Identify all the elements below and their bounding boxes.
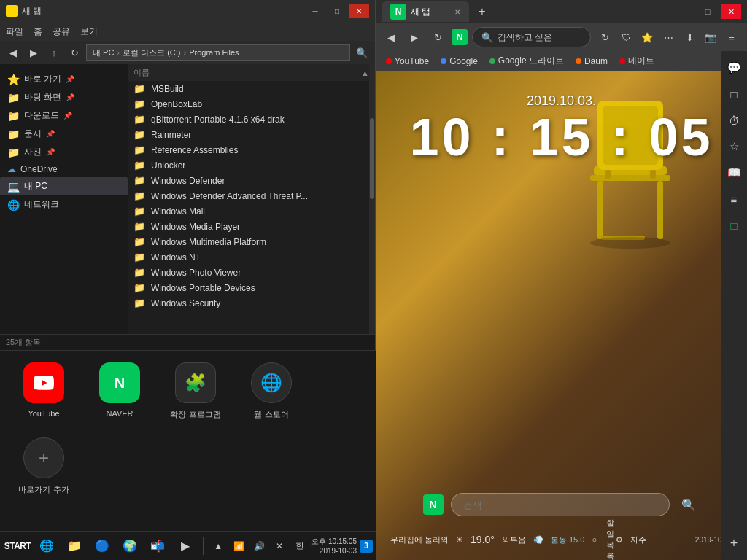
taskbar-earth-button[interactable]: 🌍 (117, 533, 143, 559)
bookmark-youtube[interactable]: YouTube (382, 55, 433, 68)
menu-share[interactable]: 공유 (53, 26, 70, 38)
sidebar-item-downloads[interactable]: 📁 다운로드 📌 (0, 106, 128, 125)
sidebar-bookmark-button[interactable]: ☆ (723, 136, 745, 158)
save-page-button[interactable]: 🛡 (616, 28, 635, 47)
menu-view[interactable]: 보기 (80, 26, 98, 38)
folder-row-qbittorrent[interactable]: 📁 qBittorrent Portable 4.1.6 x64 drak (128, 112, 375, 127)
quick-item-addshortcut[interactable]: + 바로가기 추가 (15, 438, 73, 495)
sort-icon: ▲ (361, 69, 369, 77)
sidebar-list-button[interactable]: ≡ (723, 188, 745, 210)
browser-forward-button[interactable]: ▶ (405, 28, 424, 47)
extensions-icon: 🧩 (175, 362, 216, 403)
quick-item-naver[interactable]: N NAVER (90, 362, 149, 420)
folder-row-winmultiplatform[interactable]: 📁 Windows Multimedia Platform (128, 234, 375, 249)
nav-up-button[interactable]: ↑ (45, 44, 63, 61)
folder-name-winportabledevices: Windows Portable Devices (151, 283, 369, 293)
quick-item-webstore[interactable]: 🌐 웹 스토어 (242, 362, 301, 420)
folder-list-header[interactable]: 이름 ▲ (128, 64, 375, 81)
breadcrumb[interactable]: 내 PC › 로컬 디스크 (C:) › Program Files (86, 44, 350, 61)
taskbar-globe-button[interactable]: 🌐 (34, 533, 60, 559)
sidebar-green-button[interactable]: □ (723, 214, 745, 236)
sidebar-reading-button[interactable]: 📖 (723, 162, 745, 184)
taskbar-browser-button[interactable]: 🔵 (89, 533, 115, 559)
folder-row-msbuild[interactable]: 📁 MSBuild (128, 81, 375, 96)
folder-row-winmail[interactable]: 📁 Windows Mail (128, 203, 375, 219)
download-button[interactable]: ⬇ (680, 28, 699, 47)
sidebar-item-quickaccess[interactable]: ⭐ 바로 가기 📌 (0, 70, 128, 88)
browser-minimize-button[interactable]: ─ (674, 4, 694, 19)
folder-row-unlocker[interactable]: 📁 Unlocker (128, 158, 375, 173)
menu-button[interactable]: ≡ (722, 28, 741, 47)
taskbar-media-button[interactable]: ▶ (172, 533, 198, 559)
taskbar-mail-button[interactable]: 📬 (144, 533, 171, 559)
explorer-menubar: 파일 홈 공유 보기 (0, 22, 375, 41)
screenshot-button[interactable]: 📷 (701, 28, 720, 47)
weather-wind: 불동 15.0 (551, 534, 584, 545)
folder-row-openboxlab[interactable]: 📁 OpenBoxLab (128, 96, 375, 112)
sidebar-history-button[interactable]: ⏱ (723, 109, 745, 131)
naver-search-input[interactable] (451, 493, 670, 516)
sidebar-item-pictures[interactable]: 📁 사진 📌 (0, 143, 128, 161)
close-button[interactable]: ✕ (349, 4, 369, 18)
folder-row-windefatp[interactable]: 📁 Windows Defender Advanced Threat P... (128, 188, 375, 203)
bookmark-dot-google (441, 58, 446, 64)
bookmark-gdrive[interactable]: Google 드라이브 (485, 53, 568, 69)
naver-search-button[interactable]: 🔍 (677, 493, 700, 516)
todo-button[interactable]: 할 일 목록⚙ (604, 530, 623, 549)
folder-row-winmediaplayer[interactable]: 📁 Windows Media Player (128, 219, 375, 234)
bookmark-nate[interactable]: 네이트 (615, 53, 659, 69)
bookmark-label-gdrive: Google 드라이브 (498, 55, 564, 67)
browser-close-button[interactable]: ✕ (721, 4, 741, 19)
sidebar-chat-button[interactable]: 💬 (723, 57, 745, 79)
quickaccess-icon: ⭐ (7, 74, 20, 85)
folder-icon-winportabledevices: 📁 (133, 282, 145, 293)
folder-row-winphotoviewer[interactable]: 📁 Windows Photo Viewer (128, 265, 375, 280)
browser-back-button[interactable]: ◀ (382, 28, 400, 47)
folder-row-winsecurity[interactable]: 📁 Windows Security (128, 295, 375, 311)
browser-tab[interactable]: N 새 탭 ✕ (382, 1, 469, 22)
tray-network-icon: ▲ (209, 537, 227, 555)
folder-name-openboxlab: OpenBoxLab (151, 99, 369, 109)
bookmark-daum[interactable]: Daum (571, 55, 612, 68)
sidebar-item-mypc[interactable]: 💻 내 PC (0, 177, 128, 195)
minimize-button[interactable]: ─ (305, 4, 325, 18)
sidebar-item-documents[interactable]: 📁 문서 📌 (0, 125, 128, 143)
tab-close-button[interactable]: ✕ (454, 8, 460, 16)
tray-input-icon: 한 (291, 537, 309, 555)
folder-row-winportabledevices[interactable]: 📁 Windows Portable Devices (128, 280, 375, 295)
bookmark-button[interactable]: ⭐ (638, 28, 657, 47)
sidebar-item-network[interactable]: 🌐 네트워크 (0, 195, 128, 214)
folder-icon-msbuild: 📁 (133, 83, 145, 94)
address-bar[interactable]: 🔍 검색하고 싶은 (472, 27, 591, 47)
bookmark-dot-nate (619, 58, 625, 64)
notification-badge[interactable]: 3 (360, 540, 373, 553)
new-tab-button[interactable]: + (473, 3, 491, 20)
browser-restore-button[interactable]: □ (697, 4, 718, 19)
nav-back-button[interactable]: ◀ (4, 44, 22, 61)
bookmark-google[interactable]: Google (436, 55, 482, 68)
maximize-button[interactable]: □ (327, 4, 347, 18)
sidebar-screenshot-button[interactable]: □ (723, 83, 745, 105)
sidebar-add-button[interactable]: + (723, 532, 745, 554)
start-button[interactable]: START (3, 533, 32, 559)
quick-item-youtube[interactable]: YouTube (15, 362, 73, 420)
search-button[interactable]: 🔍 (353, 44, 371, 61)
pin-icon5: 📌 (46, 148, 55, 156)
menu-file[interactable]: 파일 (6, 26, 23, 38)
bookmarks-bar: YouTube Google Google 드라이브 Daum 네이트 › (376, 51, 747, 71)
folder-row-winnt[interactable]: 📁 Windows NT (128, 249, 375, 265)
nav-forward-button[interactable]: ▶ (25, 44, 42, 61)
menu-home[interactable]: 홈 (34, 26, 42, 38)
quick-item-extensions[interactable]: 🧩 확장 프로그램 (166, 362, 225, 420)
taskbar-files-button[interactable]: 📁 (61, 533, 88, 559)
sidebar-item-onedrive[interactable]: ☁ OneDrive (0, 161, 128, 177)
breadcrumb-part2: 로컬 디스크 (C:) (123, 47, 180, 58)
more-button[interactable]: ⋯ (659, 28, 678, 47)
folder-row-rainmeter[interactable]: 📁 Rainmeter (128, 127, 375, 142)
folder-row-refassemblies[interactable]: 📁 Reference Assemblies (128, 142, 375, 158)
nav-refresh-button[interactable]: ↻ (66, 44, 83, 61)
folder-row-windefender[interactable]: 📁 Windows Defender (128, 173, 375, 188)
sidebar-item-desktop[interactable]: 📁 바탕 화면 📌 (0, 88, 128, 106)
browser-refresh-button[interactable]: ↻ (428, 28, 447, 47)
reload-button[interactable]: ↻ (595, 28, 614, 47)
